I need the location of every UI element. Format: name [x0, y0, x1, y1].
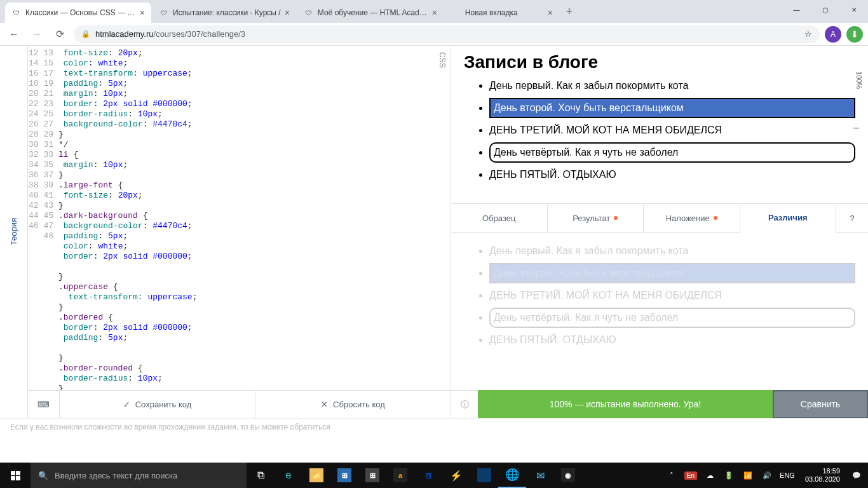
dot-icon	[714, 216, 717, 220]
obs-icon[interactable]: ◉	[554, 463, 582, 488]
wifi-icon[interactable]: 📶	[742, 471, 754, 480]
blog-item-1: День второй. Хочу быть верстальщиком	[489, 98, 855, 118]
profile-avatar[interactable]: A	[825, 26, 841, 43]
cmp-tab-2[interactable]: Наложение	[644, 204, 740, 232]
blog-item-0: День первый. Как я забыл покормить кота	[489, 80, 855, 92]
browser-tab-0[interactable]: 🛡Классики — Основы CSS — HTM×	[5, 3, 151, 23]
store-icon[interactable]: ⊞	[330, 463, 358, 488]
start-button[interactable]	[0, 463, 31, 488]
save-code-button[interactable]: ✓Сохранить код	[60, 391, 255, 418]
code-editor[interactable]: 12 13 14 15 16 17 18 19 20 21 22 23 24 2…	[28, 46, 451, 390]
css-label: CSS	[438, 52, 447, 68]
mail-icon[interactable]: ✉	[526, 463, 554, 488]
tab-favicon: 🛡	[11, 8, 22, 18]
blog-title: Записи в блоге	[464, 52, 855, 72]
blog-item-0: День первый. Как я забыл покормить кота	[489, 245, 855, 257]
reset-code-button[interactable]: ✕Сбросить код	[255, 391, 451, 418]
result-message: 100% — испытание выполнено. Ура!	[478, 390, 773, 418]
lang-badge[interactable]: En	[684, 471, 697, 480]
zoom-out[interactable]: –	[853, 122, 859, 133]
cmp-tab-0[interactable]: Образец	[451, 204, 548, 232]
browser-tab-2[interactable]: 🛡Моё обучение — HTML Academ×	[297, 3, 444, 23]
code-editor-panel: CSS 12 13 14 15 16 17 18 19 20 21 22 23 …	[28, 46, 451, 418]
explorer-icon[interactable]: 📁	[302, 463, 330, 488]
check-icon: ✓	[123, 400, 130, 409]
blog-item-2: ДЕНЬ ТРЕТИЙ. МОЙ КОТ НА МЕНЯ ОБИДЕЛСЯ	[489, 290, 855, 301]
address-bar: ← → ⟳ 🔒 htmlacademy.ru/courses/307/chall…	[0, 23, 868, 46]
url-domain: htmlacademy.ru	[95, 29, 154, 39]
blog-item-4: ДЕНЬ ПЯТЫЙ. ОТДЫХАЮ	[489, 334, 855, 346]
window-minimize[interactable]: —	[782, 0, 811, 19]
taskbar-clock[interactable]: 18:5903.08.2020	[801, 467, 844, 484]
windows-icon	[11, 471, 20, 480]
theory-label: Теория	[9, 218, 18, 245]
window-close[interactable]: ✕	[839, 0, 868, 19]
dropbox-icon[interactable]: ⧈	[414, 463, 442, 488]
cmp-tab-1[interactable]: Результат	[548, 204, 644, 232]
tab-close-icon[interactable]: ×	[140, 8, 145, 18]
task-view-icon[interactable]: ⧉	[247, 463, 275, 488]
tab-title: Классики — Основы CSS — HTM	[25, 8, 136, 17]
tab-close-icon[interactable]: ×	[285, 8, 290, 18]
tab-favicon: 🛡	[159, 8, 169, 18]
onedrive-icon[interactable]: ☁	[703, 471, 716, 480]
theory-column[interactable]: Теория	[0, 46, 28, 418]
bookmark-icon[interactable]: ☆	[804, 29, 812, 39]
compare-button[interactable]: Сравнить	[773, 390, 868, 418]
cmp-tab-3[interactable]: Различия	[740, 204, 837, 233]
preview-output: 100% – Записи в блоге День первый. Как я…	[451, 46, 868, 203]
lang-indicator[interactable]: ENG	[780, 471, 795, 479]
lock-icon: 🔒	[81, 30, 90, 38]
tab-favicon: 🛡	[304, 8, 314, 18]
tab-close-icon[interactable]: ×	[432, 8, 437, 18]
new-tab-button[interactable]: +	[560, 3, 578, 20]
tray-chevron-icon[interactable]: ˄	[665, 471, 678, 480]
app-icon[interactable]	[470, 463, 498, 488]
tab-favicon	[451, 8, 461, 18]
notifications-icon[interactable]: 💬	[850, 471, 863, 480]
blog-item-3: День четвёртый. Как я чуть не заболел	[489, 308, 855, 328]
comparison-tabs: ОбразецРезультатНаложениеРазличия?	[451, 203, 868, 233]
hint-text: Если у вас возникли сложности во время п…	[0, 418, 868, 441]
blog-item-2: ДЕНЬ ТРЕТИЙ. МОЙ КОТ НА МЕНЯ ОБИДЕЛСЯ	[489, 125, 855, 136]
calc-icon[interactable]: ⊞	[358, 463, 386, 488]
blog-item-3: День четвёртый. Как я чуть не заболел	[489, 142, 855, 163]
search-placeholder: Введите здесь текст для поиска	[55, 471, 177, 480]
taskbar-search[interactable]: 🔍 Введите здесь текст для поиска	[31, 463, 247, 488]
url-input[interactable]: 🔒 htmlacademy.ru/courses/307/challenge/3…	[74, 25, 820, 43]
edge-icon[interactable]: e	[275, 463, 302, 488]
blog-item-4: ДЕНЬ ПЯТЫЙ. ОТДЫХАЮ	[489, 169, 855, 180]
battery-icon[interactable]: 🔋	[722, 471, 735, 480]
search-icon: 🔍	[38, 471, 48, 480]
nav-reload[interactable]: ⟳	[51, 25, 69, 43]
browser-tabs: 🛡Классики — Основы CSS — HTM×🛡Испытание:…	[0, 0, 868, 23]
tab-title: Моё обучение — HTML Academ	[318, 8, 428, 17]
volume-icon[interactable]: 🔊	[761, 471, 773, 480]
browser-tab-1[interactable]: 🛡Испытание: классики - Курсы / ×	[153, 3, 296, 23]
result-info-icon[interactable]: ⓘ	[451, 390, 478, 418]
amazon-icon[interactable]: a	[386, 463, 414, 488]
browser-tab-3[interactable]: Новая вкладка×	[445, 3, 559, 23]
thunder-icon[interactable]: ⚡	[442, 463, 470, 488]
nav-back[interactable]: ←	[5, 25, 23, 43]
blog-item-1: День второй. Хочу быть верстальщиком	[489, 263, 855, 283]
keyboard-shortcuts[interactable]: ⌨	[28, 391, 60, 418]
chrome-icon[interactable]: 🌐	[498, 463, 526, 488]
preview-panel: 100% – Записи в блоге День первый. Как я…	[451, 46, 868, 418]
taskbar: 🔍 Введите здесь текст для поиска ⧉ e 📁 ⊞…	[0, 463, 868, 488]
zoom-level: 100%	[855, 71, 863, 89]
window-maximize[interactable]: ▢	[811, 0, 839, 19]
extension-icon[interactable]: ⬇	[846, 26, 863, 43]
dot-icon	[614, 216, 618, 220]
diff-output: День первый. Как я забыл покормить котаД…	[451, 233, 868, 390]
nav-forward[interactable]: →	[28, 25, 46, 43]
help-tab[interactable]: ?	[836, 204, 868, 232]
tab-title: Новая вкладка	[465, 8, 544, 17]
tab-title: Испытание: классики - Курсы /	[173, 8, 281, 17]
url-path: /courses/307/challenge/3	[154, 29, 246, 39]
close-icon: ✕	[321, 400, 328, 409]
tab-close-icon[interactable]: ×	[548, 8, 553, 18]
